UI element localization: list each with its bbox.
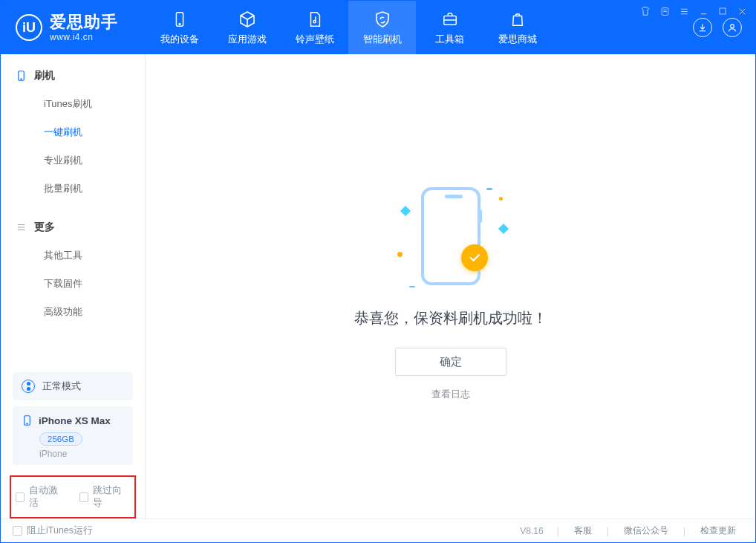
skip-guide-checkbox[interactable]: 跳过向导 xyxy=(79,484,130,510)
music-file-icon xyxy=(305,10,325,29)
checkbox-icon xyxy=(79,492,88,502)
bag-icon xyxy=(508,10,527,29)
block-itunes-checkbox[interactable]: 阻止iTunes运行 xyxy=(13,524,93,537)
sidebar-section-more: 更多 其他工具 下载固件 高级功能 xyxy=(1,206,145,329)
user-button[interactable] xyxy=(723,18,742,37)
sidebar-section-flash: 刷机 iTunes刷机 一键刷机 专业刷机 批量刷机 xyxy=(1,54,145,206)
nav-flash[interactable]: 智能刷机 xyxy=(348,1,416,54)
note-icon[interactable] xyxy=(659,5,671,17)
phone-outline-icon xyxy=(16,69,27,82)
svg-point-3 xyxy=(179,23,180,25)
auto-activate-checkbox[interactable]: 自动激活 xyxy=(16,484,66,510)
sidebar-item-pro-flash[interactable]: 专业刷机 xyxy=(1,146,145,175)
header: iU 爱思助手 www.i4.cn 我的设备 应用游戏 铃声壁纸 智能刷机 xyxy=(1,1,755,54)
svg-rect-7 xyxy=(19,71,25,81)
svg-point-10 xyxy=(27,423,27,424)
sidebar-item-itunes-flash[interactable]: iTunes刷机 xyxy=(1,90,145,118)
ok-button[interactable]: 确定 xyxy=(395,348,506,376)
svg-rect-2 xyxy=(176,12,183,25)
checkbox-icon xyxy=(13,526,22,536)
shield-refresh-icon xyxy=(373,10,392,29)
checkbox-icon xyxy=(16,492,25,502)
nav-label: 工具箱 xyxy=(435,33,464,46)
brand: iU 爱思助手 www.i4.cn xyxy=(1,1,146,54)
nav-label: 爱思商城 xyxy=(498,33,537,46)
brand-logo-icon: iU xyxy=(16,14,42,41)
maximize-icon[interactable] xyxy=(717,5,729,17)
window-controls xyxy=(639,5,748,17)
body: 刷机 iTunes刷机 一键刷机 专业刷机 批量刷机 更多 其他工具 下载固件 xyxy=(1,54,755,518)
highlighted-options: 自动激活 跳过向导 xyxy=(10,475,136,518)
success-title: 恭喜您，保资料刷机成功啦！ xyxy=(354,308,547,328)
sidebar-item-batch-flash[interactable]: 批量刷机 xyxy=(1,175,145,203)
top-nav: 我的设备 应用游戏 铃声壁纸 智能刷机 工具箱 爱思商城 xyxy=(146,1,551,54)
mode-card[interactable]: 正常模式 xyxy=(13,372,133,400)
footer: 阻止iTunes运行 V8.16 | 客服 | 微信公众号 | 检查更新 xyxy=(1,518,755,542)
nav-apps[interactable]: 应用游戏 xyxy=(213,1,281,54)
svg-rect-9 xyxy=(25,416,30,426)
brand-url: www.i4.cn xyxy=(50,33,118,42)
nav-label: 应用游戏 xyxy=(228,33,267,46)
view-log-link[interactable]: 查看日志 xyxy=(431,388,470,401)
main-panel: 恭喜您，保资料刷机成功啦！ 确定 查看日志 xyxy=(146,54,755,518)
svg-rect-1 xyxy=(720,8,726,14)
nav-store[interactable]: 爱思商城 xyxy=(483,1,551,54)
mode-icon xyxy=(22,380,35,393)
close-icon[interactable] xyxy=(736,5,748,17)
nav-label: 我的设备 xyxy=(160,33,199,46)
download-button[interactable] xyxy=(693,18,712,37)
sidebar-item-advanced[interactable]: 高级功能 xyxy=(1,298,145,326)
version-label: V8.16 xyxy=(520,526,543,536)
device-storage: 256GB xyxy=(39,432,82,446)
shirt-icon[interactable] xyxy=(639,5,651,17)
brand-name: 爱思助手 xyxy=(50,14,118,30)
footer-link-wechat[interactable]: 微信公众号 xyxy=(616,524,676,537)
phone-icon xyxy=(170,10,189,29)
briefcase-icon xyxy=(440,10,460,29)
sidebar-section-title: 刷机 xyxy=(1,66,145,90)
nav-ringtone[interactable]: 铃声壁纸 xyxy=(281,1,348,54)
svg-point-6 xyxy=(731,25,734,28)
list-icon xyxy=(16,222,27,233)
nav-label: 智能刷机 xyxy=(363,33,402,46)
sidebar-item-other-tools[interactable]: 其他工具 xyxy=(1,241,145,270)
nav-label: 铃声壁纸 xyxy=(296,33,334,46)
minimize-icon[interactable] xyxy=(697,5,709,17)
sidebar-section-title: 更多 xyxy=(1,218,145,241)
device-icon xyxy=(22,414,33,427)
sidebar: 刷机 iTunes刷机 一键刷机 专业刷机 批量刷机 更多 其他工具 下载固件 xyxy=(1,54,146,518)
cube-icon xyxy=(238,10,257,29)
sidebar-item-download-firmware[interactable]: 下载固件 xyxy=(1,270,145,298)
sidebar-item-onekey-flash[interactable]: 一键刷机 xyxy=(1,118,145,146)
svg-point-8 xyxy=(21,79,22,79)
device-name: iPhone XS Max xyxy=(39,415,111,426)
footer-link-support[interactable]: 客服 xyxy=(567,524,599,537)
mode-label: 正常模式 xyxy=(42,380,81,393)
device-card[interactable]: iPhone XS Max 256GB iPhone xyxy=(13,406,133,465)
menu-icon[interactable] xyxy=(678,5,690,17)
success-checkmark-icon xyxy=(461,244,488,271)
svg-point-4 xyxy=(313,20,315,22)
device-type: iPhone xyxy=(39,449,124,459)
footer-link-update[interactable]: 检查更新 xyxy=(693,524,743,537)
success-illustration xyxy=(391,181,510,292)
nav-toolbox[interactable]: 工具箱 xyxy=(416,1,483,54)
nav-device[interactable]: 我的设备 xyxy=(146,1,213,54)
app-window: iU 爱思助手 www.i4.cn 我的设备 应用游戏 铃声壁纸 智能刷机 xyxy=(0,0,756,543)
